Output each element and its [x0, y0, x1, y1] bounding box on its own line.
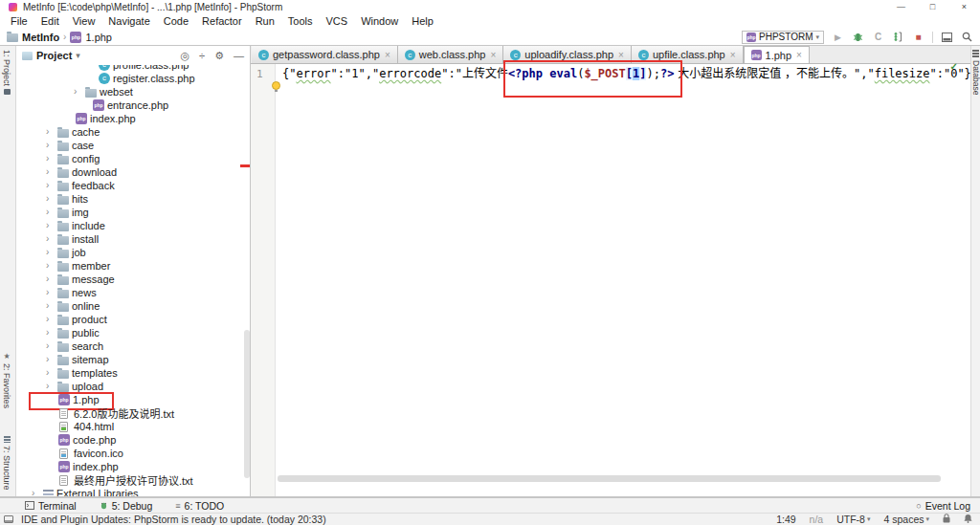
tree-item-register.class.php[interactable]: cregister.class.php — [16, 72, 250, 85]
breadcrumb-project[interactable]: MetInfo — [22, 32, 59, 43]
tree-item-case[interactable]: ›case — [16, 139, 250, 152]
tool-window-tab-terminal[interactable]: Terminal — [25, 500, 77, 512]
tool-window-tab-project[interactable]: 1: Project — [2, 50, 11, 95]
tool-window-switcher-icon[interactable] — [4, 515, 13, 523]
chevron-right-icon[interactable]: › — [46, 152, 57, 165]
collapse-all-button[interactable]: ÷ — [199, 50, 205, 61]
tree-item-favicon.ico[interactable]: favicon.ico — [16, 447, 250, 460]
tree-item-feedback[interactable]: ›feedback — [16, 179, 250, 192]
tree-item-download[interactable]: ›download — [16, 165, 250, 179]
chevron-right-icon[interactable]: › — [74, 85, 85, 98]
chevron-right-icon[interactable]: › — [46, 380, 57, 393]
settings-gear-icon[interactable]: ⚙ — [214, 50, 224, 62]
tree-item-sitemap[interactable]: ›sitemap — [16, 353, 250, 366]
tool-window-tab-database[interactable]: Database — [971, 50, 980, 95]
chevron-right-icon[interactable]: › — [46, 326, 57, 339]
tree-item-code.php[interactable]: phpcode.php — [16, 433, 250, 447]
menu-help[interactable]: Help — [405, 14, 440, 29]
chevron-right-icon[interactable]: › — [46, 259, 57, 273]
menu-vcs[interactable]: VCS — [320, 14, 355, 29]
menu-refactor[interactable]: Refactor — [195, 14, 249, 29]
tree-item-public[interactable]: ›public — [16, 326, 250, 339]
tree-item-search[interactable]: ›search — [16, 339, 250, 353]
chevron-down-icon[interactable]: ▾ — [76, 51, 80, 60]
close-tab-icon[interactable]: × — [385, 50, 390, 60]
tree-item-cache[interactable]: ›cache — [16, 125, 250, 139]
close-tab-icon[interactable]: × — [490, 50, 496, 60]
menu-edit[interactable]: Edit — [34, 14, 66, 29]
close-button[interactable]: × — [948, 0, 980, 14]
editor-tab-getpassword.class.php[interactable]: cgetpassword.class.php× — [252, 46, 398, 63]
encoding-select[interactable]: UTF-8 ▾ — [836, 514, 870, 525]
coverage-button[interactable]: C — [872, 31, 884, 43]
chevron-right-icon[interactable]: › — [46, 366, 57, 380]
tree-item-404.html[interactable]: 404.html — [16, 420, 250, 433]
hide-panel-button[interactable]: — — [234, 50, 244, 61]
tree-item-webset[interactable]: ›webset — [16, 85, 250, 98]
tree-item-6.2.0版功能及说明.txt[interactable]: 6.2.0版功能及说明.txt — [16, 406, 250, 420]
chevron-right-icon[interactable]: › — [46, 353, 57, 366]
chevron-right-icon[interactable]: › — [46, 139, 57, 152]
tool-window-tab-debug[interactable]: 5: Debug — [100, 500, 153, 512]
notification-bell-icon[interactable] — [964, 514, 972, 525]
chevron-right-icon[interactable]: › — [46, 125, 57, 139]
editor-tab-1.php[interactable]: php1.php× — [744, 46, 810, 63]
chevron-right-icon[interactable]: › — [46, 339, 57, 353]
close-tab-icon[interactable]: × — [618, 50, 624, 60]
chevron-right-icon[interactable]: › — [46, 206, 57, 219]
tree-item-message[interactable]: ›message — [16, 273, 250, 286]
chevron-right-icon[interactable]: › — [46, 179, 57, 192]
menu-code[interactable]: Code — [157, 14, 195, 29]
menu-view[interactable]: View — [66, 14, 102, 29]
tree-item-templates[interactable]: ›templates — [16, 366, 250, 380]
chevron-right-icon[interactable]: › — [46, 313, 57, 326]
menu-tools[interactable]: Tools — [281, 14, 320, 29]
tree-item-profile.class.php[interactable]: cprofile.class.php — [16, 65, 250, 72]
chevron-right-icon[interactable]: › — [46, 299, 57, 313]
breadcrumb-file[interactable]: 1.php — [85, 32, 112, 43]
tree-item-img[interactable]: ›img — [16, 206, 250, 219]
tree-item-1.php[interactable]: php1.php — [16, 393, 250, 406]
run-configuration-select[interactable]: php PHPSTORM ▾ — [742, 31, 824, 44]
tree-item-index.php[interactable]: phpindex.php — [16, 112, 250, 125]
tree-item-upload[interactable]: ›upload — [16, 380, 250, 393]
tree-item-config[interactable]: ›config — [16, 152, 250, 165]
tool-window-tab-favorites[interactable]: ★ 2: Favorites — [2, 352, 11, 408]
stop-button[interactable]: ■ — [912, 31, 924, 43]
chevron-right-icon[interactable]: › — [46, 165, 57, 179]
tree-item-entrance.php[interactable]: phpentrance.php — [16, 98, 250, 112]
chevron-right-icon[interactable]: › — [46, 246, 57, 259]
tree-item-hits[interactable]: ›hits — [16, 192, 250, 206]
close-tab-icon[interactable]: × — [730, 50, 736, 60]
status-message[interactable]: IDE and Plugin Updates: PhpStorm is read… — [21, 514, 326, 525]
caret-position[interactable]: 1:49 — [776, 514, 795, 525]
project-panel-title[interactable]: Project — [36, 50, 72, 61]
tool-window-tab-todo[interactable]: ≡ 6: TODO — [175, 500, 224, 512]
locate-file-button[interactable]: ◎ — [180, 50, 189, 62]
tree-item-index.php[interactable]: phpindex.php — [16, 460, 250, 473]
menu-file[interactable]: File — [4, 14, 34, 29]
tree-item-online[interactable]: ›online — [16, 299, 250, 313]
chevron-right-icon[interactable]: › — [46, 273, 57, 286]
tool-window-tab-structure[interactable]: 7: Structure — [2, 436, 11, 491]
code-line[interactable]: {"error":"1","errorcode":"上传文件<?php eval… — [276, 64, 970, 496]
chevron-right-icon[interactable]: › — [46, 232, 57, 246]
tree-item-product[interactable]: ›product — [16, 313, 250, 326]
chevron-right-icon[interactable]: › — [46, 192, 57, 206]
editor-tab-web.class.php[interactable]: cweb.class.php× — [398, 46, 504, 63]
menu-navigate[interactable]: Navigate — [101, 14, 156, 29]
tree-item-news[interactable]: ›news — [16, 286, 250, 299]
editor-horizontal-scrollbar[interactable] — [278, 475, 941, 482]
debug-button[interactable] — [852, 31, 864, 43]
run-button[interactable]: ▶ — [832, 31, 844, 43]
project-scrollbar[interactable] — [244, 330, 250, 478]
menu-run[interactable]: Run — [249, 14, 281, 29]
tree-item-最终用户授权许可协议.txt[interactable]: 最终用户授权许可协议.txt — [16, 473, 250, 487]
minimize-button[interactable]: — — [885, 0, 917, 14]
indent-select[interactable]: 4 spaces ▾ — [883, 514, 929, 525]
chevron-right-icon[interactable]: › — [46, 286, 57, 299]
chevron-right-icon[interactable]: › — [32, 487, 43, 496]
profiler-button[interactable] — [892, 31, 904, 43]
event-log-button[interactable]: ○ Event Log — [916, 500, 970, 512]
close-tab-icon[interactable]: × — [796, 50, 802, 60]
